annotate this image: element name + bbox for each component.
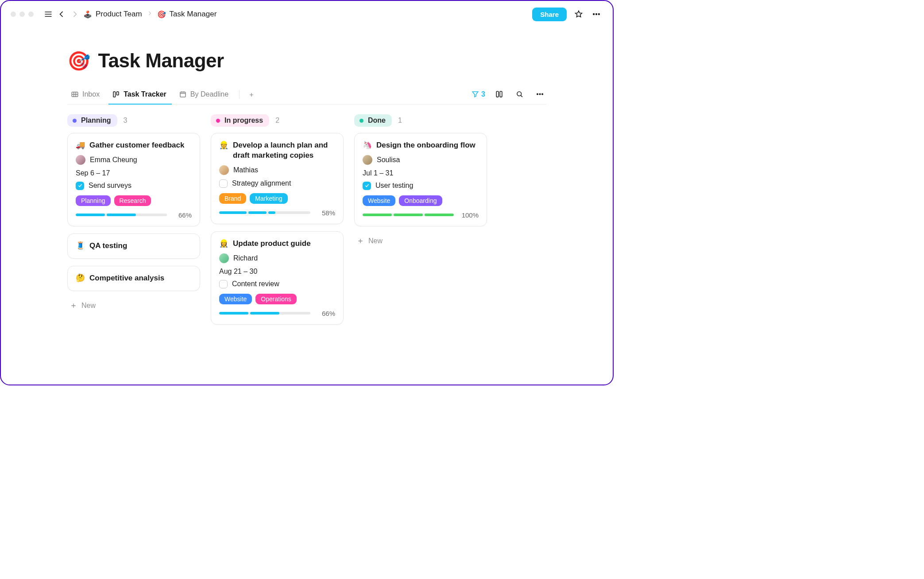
card-title-text: Gather customer feedback (89, 140, 184, 151)
tag-list: PlanningResearch (76, 195, 192, 206)
svg-point-10 (537, 93, 538, 95)
tab-inbox[interactable]: Inbox (67, 87, 105, 105)
checkbox-icon[interactable] (219, 280, 228, 288)
task-card[interactable]: 🦄 Design the onboarding flow SoulisaJul … (354, 133, 487, 226)
svg-rect-7 (496, 91, 499, 97)
svg-point-0 (593, 14, 595, 15)
assignee-name: Soulisa (377, 156, 400, 164)
tag-list: BrandMarketing (219, 193, 335, 204)
page-title-text: Task Manager (98, 50, 224, 72)
progress: 66% (219, 310, 335, 317)
breadcrumb-item-current[interactable]: 🎯 Task Manager (157, 10, 217, 19)
back-icon[interactable] (55, 8, 68, 21)
task-card[interactable]: 🤔 Competitive analysis (67, 266, 200, 291)
column-count: 2 (275, 117, 279, 124)
tag[interactable]: Onboarding (399, 195, 442, 206)
subtask-label: Send surveys (89, 182, 131, 190)
subtask-row[interactable]: User testing (363, 182, 479, 190)
column-done: Done 1 🦄 Design the onboarding flow Soul… (354, 114, 487, 332)
card-title-text: Competitive analysis (89, 273, 164, 284)
card-title: 🚚 Gather customer feedback (76, 140, 192, 151)
breadcrumb-emoji: 🕹️ (83, 10, 92, 19)
card-emoji: 👷 (219, 140, 228, 161)
page-title: 🎯 Task Manager (67, 50, 546, 72)
chevron-right-icon (147, 10, 153, 19)
task-card[interactable]: 👷 Develop a launch plan and draft market… (211, 133, 344, 224)
task-card[interactable]: 🧵 QA testing (67, 233, 200, 259)
tab-label: By Deadline (190, 90, 228, 98)
group-icon[interactable] (492, 88, 506, 101)
new-card-button[interactable]: New (354, 233, 487, 249)
card-title-text: Update product guide (233, 239, 311, 249)
card-title-text: Design the onboarding flow (376, 140, 476, 151)
svg-point-1 (596, 14, 597, 15)
more-icon[interactable] (590, 8, 603, 21)
tab-separator (239, 90, 240, 99)
star-icon[interactable] (572, 8, 585, 21)
menu-icon[interactable] (42, 8, 55, 21)
subtask-row[interactable]: Strategy alignment (219, 179, 335, 188)
column-label: Done (368, 117, 386, 124)
avatar-icon (76, 155, 85, 165)
card-emoji: 👷‍♀️ (219, 239, 228, 249)
progress-pct: 66% (316, 310, 335, 317)
assignee: Mathias (219, 165, 335, 175)
column-pill[interactable]: Done (354, 114, 392, 127)
date-range: Aug 21 – 30 (219, 268, 335, 276)
column-pill[interactable]: Planning (67, 114, 117, 127)
column-planning: Planning 3 🚚 Gather customer feedback Em… (67, 114, 200, 332)
subtask-label: Content review (232, 280, 279, 288)
progress: 58% (219, 209, 335, 217)
add-view-button[interactable] (245, 89, 258, 102)
tab-task-tracker[interactable]: Task Tracker (108, 87, 172, 105)
progress: 100% (363, 211, 479, 219)
column-progress: In progress 2 👷 Develop a launch plan an… (211, 114, 344, 332)
tab-label: Inbox (82, 90, 100, 98)
svg-rect-5 (117, 92, 119, 95)
column-pill[interactable]: In progress (211, 114, 269, 127)
tag[interactable]: Website (219, 294, 252, 304)
task-card[interactable]: 🚚 Gather customer feedback Emma CheungSe… (67, 133, 200, 226)
tag[interactable]: Planning (76, 195, 111, 206)
checkbox-icon[interactable] (363, 182, 371, 190)
checkbox-icon[interactable] (76, 182, 84, 190)
card-title: 🧵 QA testing (76, 241, 192, 251)
tag[interactable]: Website (363, 195, 395, 206)
progress-pct: 100% (459, 211, 479, 219)
tag[interactable]: Operations (255, 294, 296, 304)
assignee-name: Emma Cheung (90, 156, 137, 164)
forward-icon[interactable] (68, 8, 81, 21)
card-title: 🤔 Competitive analysis (76, 273, 192, 284)
progress-pct: 58% (316, 209, 335, 217)
column-label: In progress (224, 117, 263, 124)
subtask-row[interactable]: Send surveys (76, 182, 192, 190)
breadcrumb-item-parent[interactable]: 🕹️ Product Team (83, 10, 142, 19)
task-card[interactable]: 👷‍♀️ Update product guide RichardAug 21 … (211, 231, 344, 325)
window-traffic-lights (11, 12, 34, 17)
search-icon[interactable] (513, 88, 526, 101)
card-emoji: 🚚 (76, 140, 85, 151)
new-card-button[interactable]: New (67, 298, 200, 313)
view-more-icon[interactable] (533, 88, 546, 101)
filter-count: 3 (481, 90, 485, 98)
tag[interactable]: Marketing (250, 193, 287, 204)
tag-list: WebsiteOnboarding (363, 195, 479, 206)
column-label: Planning (81, 117, 111, 124)
subtask-row[interactable]: Content review (219, 280, 335, 288)
card-title: 🦄 Design the onboarding flow (363, 140, 479, 151)
share-button[interactable]: Share (532, 8, 567, 21)
tag[interactable]: Research (114, 195, 151, 206)
card-emoji: 🦄 (363, 140, 372, 151)
svg-rect-6 (180, 92, 186, 97)
status-dot-icon (73, 119, 77, 123)
tab-by-deadline[interactable]: By Deadline (175, 87, 234, 105)
tag[interactable]: Brand (219, 193, 246, 204)
breadcrumb: 🕹️ Product Team 🎯 Task Manager (83, 10, 217, 19)
checkbox-icon[interactable] (219, 179, 228, 188)
breadcrumb-label: Product Team (96, 10, 142, 19)
column-count: 1 (398, 117, 402, 124)
card-title-text: Develop a launch plan and draft marketin… (233, 140, 335, 161)
filter-button[interactable]: 3 (471, 90, 485, 98)
svg-point-2 (599, 14, 600, 15)
column-count: 3 (124, 117, 128, 124)
